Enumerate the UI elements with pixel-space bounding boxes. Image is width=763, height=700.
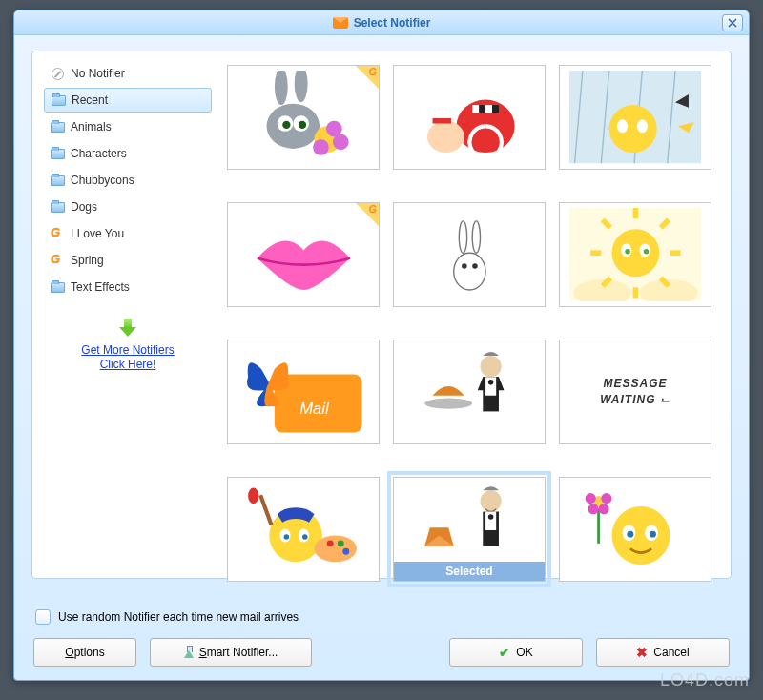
notifier-grid: Mail MESSAGE WAITING ⌙ Selected — [221, 51, 731, 578]
sidebar-item-dogs[interactable]: Dogs — [44, 195, 212, 219]
svg-point-57 — [283, 535, 289, 541]
msg-text-line1: MESSAGE — [603, 376, 667, 392]
g-icon: G — [50, 254, 65, 267]
options-button[interactable]: Options — [33, 638, 136, 667]
svg-point-16 — [432, 105, 443, 115]
notifier-thumb-painter-smiley[interactable] — [227, 477, 380, 582]
selected-label: Selected — [394, 562, 545, 581]
g-icon: G — [50, 227, 65, 240]
notifier-thumb-butterfly-mail[interactable]: Mail — [227, 340, 380, 444]
notifier-thumb-sun-smiley[interactable] — [559, 202, 711, 307]
svg-point-61 — [337, 541, 343, 547]
svg-point-52 — [487, 380, 493, 385]
sidebar-item-text-effects[interactable]: Text Effects — [44, 275, 212, 299]
svg-rect-14 — [485, 105, 492, 113]
sidebar-item-label: Animals — [71, 120, 112, 134]
notifier-thumb-waiter-envelope[interactable]: Selected — [393, 477, 546, 582]
cancel-label: Cancel — [653, 646, 689, 659]
svg-point-27 — [453, 254, 485, 291]
notifier-thumb-small-bunny[interactable] — [393, 202, 546, 307]
svg-point-6 — [298, 121, 305, 129]
close-button[interactable] — [722, 14, 743, 31]
svg-point-73 — [650, 531, 656, 538]
svg-point-17 — [445, 103, 456, 113]
svg-point-72 — [627, 531, 633, 538]
svg-point-62 — [342, 548, 349, 555]
notifier-thumb-message-waiting[interactable]: MESSAGE WAITING ⌙ — [559, 340, 711, 444]
sidebar-item-label: No Notifier — [71, 67, 125, 80]
check-icon: ✔ — [499, 645, 510, 660]
options-label: Options — [65, 646, 104, 659]
svg-point-60 — [326, 541, 333, 547]
svg-point-59 — [314, 536, 356, 563]
svg-point-64 — [248, 488, 258, 504]
svg-point-10 — [313, 140, 329, 156]
svg-point-24 — [608, 105, 656, 153]
svg-point-2 — [294, 71, 307, 102]
svg-point-47 — [643, 249, 649, 255]
svg-point-76 — [585, 494, 595, 504]
sidebar-item-characters[interactable]: Characters — [44, 141, 212, 166]
ok-label: OK — [516, 646, 532, 659]
notifier-thumb-flower-smiley[interactable] — [559, 477, 711, 582]
smart-notifier-button[interactable]: Smart Notifier... — [150, 638, 312, 667]
svg-point-9 — [333, 134, 349, 151]
folder-icon — [50, 120, 65, 134]
close-icon — [728, 18, 737, 28]
svg-point-49 — [480, 357, 501, 378]
sidebar-item-label: Chubbycons — [71, 174, 134, 187]
cancel-button[interactable]: ✖ Cancel — [596, 638, 730, 667]
sidebar-item-label: Recent — [72, 93, 108, 107]
sidebar-item-label: Spring — [71, 254, 104, 267]
get-more-line1: Get More Notifiers — [81, 343, 174, 357]
button-row: Options Smart Notifier... ✔ OK ✖ Cancel — [33, 638, 730, 667]
notifier-thumb-rain-smiley[interactable] — [559, 65, 711, 170]
svg-rect-13 — [472, 105, 479, 113]
download-arrow-icon — [119, 319, 136, 340]
notifier-thumb-bunny-flower[interactable] — [227, 65, 380, 170]
sidebar-item-no-notifier[interactable]: No Notifier — [44, 61, 212, 86]
random-checkbox[interactable] — [35, 609, 51, 625]
get-more-line2: Click Here! — [100, 358, 156, 371]
svg-point-46 — [625, 249, 630, 255]
watermark: LO4D.com — [660, 670, 750, 690]
dialog-window: Select Notifier No Notifier Recent Anima… — [13, 10, 750, 681]
svg-point-5 — [282, 121, 290, 129]
svg-point-68 — [487, 515, 493, 521]
svg-rect-63 — [258, 495, 273, 526]
svg-point-78 — [588, 504, 598, 515]
notifier-thumb-racing-snail[interactable] — [393, 65, 546, 170]
mail-icon — [333, 17, 348, 29]
content-panel: No Notifier Recent Animals Characters Ch… — [31, 51, 732, 579]
get-more-link[interactable]: Get More Notifiers Click Here! — [44, 343, 212, 372]
svg-point-0 — [266, 104, 320, 149]
sidebar-item-animals[interactable]: Animals — [44, 114, 212, 139]
sidebar-item-label: Dogs — [71, 200, 97, 214]
random-checkbox-row: Use random Notifier each time new mail a… — [33, 609, 730, 625]
sidebar-item-label: Text Effects — [71, 280, 130, 294]
svg-point-65 — [480, 491, 501, 512]
notifier-thumb-pink-lips[interactable] — [227, 202, 380, 307]
svg-point-58 — [302, 535, 308, 541]
svg-point-35 — [611, 230, 659, 278]
folder-icon — [50, 147, 65, 160]
sidebar-item-chubbycons[interactable]: Chubbycons — [44, 168, 212, 193]
svg-rect-18 — [432, 118, 450, 124]
sidebar-item-i-love-you[interactable]: G I Love You — [44, 221, 212, 246]
sidebar-item-recent[interactable]: Recent — [44, 88, 212, 113]
titlebar: Select Notifier — [14, 10, 749, 35]
none-icon — [50, 67, 65, 80]
sidebar-item-spring[interactable]: G Spring — [44, 248, 212, 273]
flask-icon — [184, 646, 194, 659]
ok-button[interactable]: ✔ OK — [449, 638, 583, 667]
svg-point-26 — [636, 120, 647, 134]
smart-label: Smart Notifier... — [199, 646, 278, 659]
svg-point-15 — [427, 121, 464, 153]
notifier-thumb-waiter-tray[interactable] — [393, 340, 546, 444]
mail-caption: Mail — [299, 401, 330, 419]
footer: Use random Notifier each time new mail a… — [33, 609, 730, 667]
svg-point-25 — [617, 120, 628, 134]
x-icon: ✖ — [636, 645, 648, 660]
svg-point-77 — [601, 494, 611, 504]
svg-point-31 — [472, 264, 478, 270]
